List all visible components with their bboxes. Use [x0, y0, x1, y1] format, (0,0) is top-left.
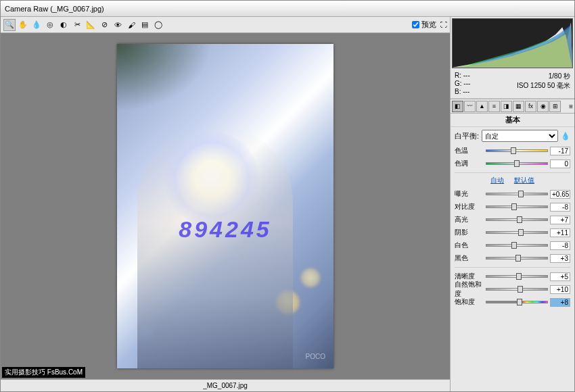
tab-lens-icon[interactable]: ▦: [513, 101, 524, 112]
slider-blacks[interactable]: 黑色+3: [455, 252, 570, 264]
default-link[interactable]: 默认值: [514, 176, 534, 184]
spot-tool-icon[interactable]: ⊘: [98, 19, 110, 31]
histogram[interactable]: [452, 18, 573, 68]
meta-b: B: ---: [455, 88, 470, 96]
photo-preview: 894245 POCO: [117, 44, 334, 368]
panel-title: 基本: [451, 114, 574, 127]
meta-iso: ISO 1250 50 毫米: [517, 81, 570, 91]
adjust-brush-icon[interactable]: 🖌: [125, 19, 137, 31]
targeted-adjust-icon[interactable]: ◐: [58, 19, 70, 31]
tab-curve-icon[interactable]: 〰: [464, 101, 476, 112]
meta-info: R: --- G: --- B: --- 1/80 秒 ISO 1250 50 …: [451, 70, 574, 99]
meta-g: G: ---: [455, 80, 470, 88]
watermark: 894245: [179, 216, 271, 243]
wb-label: 白平衡:: [455, 131, 479, 141]
zoom-tool-icon[interactable]: 🔍: [3, 19, 16, 31]
radial-icon[interactable]: ◯: [152, 19, 164, 31]
basic-panel: 白平衡: 自定 💧 色温-17 色调0 自动 默认值 曝光+0.65 对比度-8…: [451, 127, 574, 391]
poco-mark: POCO: [306, 353, 325, 360]
slider-highlights[interactable]: 高光+7: [455, 214, 570, 226]
titlebar: Camera Raw (_MG_0067.jpg): [1, 1, 574, 17]
preview-label: 预览: [421, 20, 436, 30]
panel-menu-icon[interactable]: ≡: [569, 103, 573, 110]
canvas[interactable]: 894245 POCO 实用摄影技巧 FsBus.CoM: [1, 33, 450, 379]
slider-saturation[interactable]: 饱和度+8: [455, 296, 570, 308]
filename-bar: _MG_0067.jpg: [1, 379, 450, 391]
tab-preset-icon[interactable]: ⊞: [549, 101, 561, 112]
slider-exposure[interactable]: 曝光+0.65: [455, 188, 570, 200]
tab-calib-icon[interactable]: ◉: [537, 101, 549, 112]
preview-toggle[interactable]: 预览: [412, 20, 436, 30]
crop-tool-icon[interactable]: ✂: [71, 19, 83, 31]
slider-contrast[interactable]: 对比度-8: [455, 201, 570, 213]
attribution: 实用摄影技巧 FsBus.CoM: [2, 367, 85, 378]
wb-eyedropper-icon[interactable]: 💧: [561, 132, 570, 141]
slider-whites[interactable]: 白色-8: [455, 239, 570, 251]
tab-fx-icon[interactable]: fx: [525, 101, 536, 112]
window-title: Camera Raw (_MG_0067.jpg): [5, 5, 104, 13]
tab-detail-icon[interactable]: ▲: [476, 101, 488, 112]
tabstrip: ◧ 〰 ▲ ≡ ◨ ▦ fx ◉ ⊞ ≡: [451, 99, 574, 114]
straighten-tool-icon[interactable]: 📐: [85, 19, 97, 31]
redeye-tool-icon[interactable]: 👁: [112, 19, 124, 31]
preview-checkbox[interactable]: [412, 21, 419, 28]
hand-tool-icon[interactable]: ✋: [17, 19, 29, 31]
slider-vibrance[interactable]: 自然饱和度+10: [455, 283, 570, 295]
tab-hsl-icon[interactable]: ≡: [488, 101, 500, 112]
tab-split-icon[interactable]: ◨: [501, 101, 512, 112]
wb-tool-icon[interactable]: 💧: [30, 19, 43, 31]
slider-temp[interactable]: 色温-17: [455, 145, 570, 157]
toolbar: 🔍 ✋ 💧 ◎ ◐ ✂ 📐 ⊘ 👁 🖌 ▤ ◯ 预览 ⛶: [1, 17, 450, 33]
auto-link[interactable]: 自动: [490, 176, 504, 184]
color-sampler-icon[interactable]: ◎: [44, 19, 56, 31]
meta-r: R: ---: [455, 72, 470, 80]
meta-shutter: 1/80 秒: [517, 72, 570, 81]
slider-shadows[interactable]: 阴影+11: [455, 226, 570, 239]
wb-select[interactable]: 自定: [482, 130, 558, 142]
fullscreen-icon[interactable]: ⛶: [440, 21, 447, 28]
slider-tint[interactable]: 色调0: [455, 157, 570, 170]
tab-basic-icon[interactable]: ◧: [452, 101, 463, 112]
graduated-icon[interactable]: ▤: [139, 19, 151, 31]
